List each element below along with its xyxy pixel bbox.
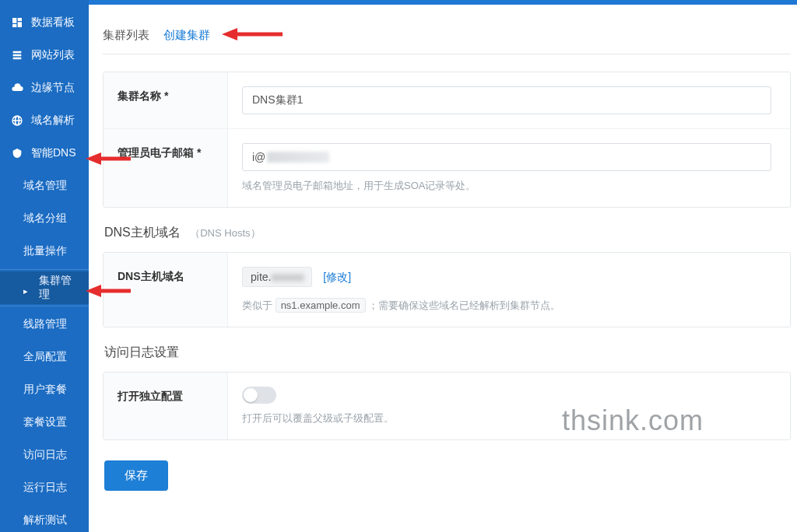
- sidebar-item-label: 运行日志: [23, 481, 67, 495]
- sidebar-item-label: 访问日志: [23, 448, 67, 462]
- panel-basic: 集群名称 * 管理员电子邮箱 * i@ 域名管理员电子邮箱地址，用于: [103, 72, 791, 208]
- cluster-name-input[interactable]: [242, 86, 771, 114]
- panel-access-log: 打开独立配置 打开后可以覆盖父级或子级配置。: [103, 372, 791, 440]
- sidebar-item-dashboard[interactable]: 数据看板: [0, 6, 89, 39]
- sidebar-item-label: 网站列表: [31, 48, 75, 62]
- code-chip: ns1.example.com: [276, 298, 366, 313]
- label-required: *: [197, 146, 201, 159]
- label-required: *: [164, 89, 168, 102]
- toggle-independent-config[interactable]: [242, 387, 276, 404]
- sidebar-item-label: 边缘节点: [31, 81, 75, 95]
- sidebar-item-label: 集群管理: [39, 274, 81, 302]
- sidebar-divider: [0, 306, 89, 306]
- sidebar-item-access-log[interactable]: 访问日志: [0, 439, 89, 471]
- tab-cluster-list[interactable]: 集群列表: [103, 28, 149, 43]
- sidebar-item-sites[interactable]: 网站列表: [0, 39, 89, 72]
- sidebar-item-cluster-manage[interactable]: 集群管理: [0, 271, 89, 304]
- sidebar-divider: [0, 269, 89, 270]
- section-title-dns-hosts: DNS主机域名 （DNS Hosts）: [104, 225, 797, 241]
- sidebar: 数据看板 网站列表 边缘节点 域名解析 智能DNS: [0, 0, 89, 532]
- sidebar-item-resolve-test[interactable]: 解析测试: [0, 504, 89, 532]
- sidebar-item-label: 域名管理: [23, 179, 67, 193]
- admin-email-input[interactable]: i@: [242, 143, 771, 171]
- row-dns-host: DNS主机域名 pite.xxxxxx [修改] 类似于 ns1.example…: [104, 253, 790, 327]
- sidebar-item-label: 智能DNS: [31, 146, 76, 160]
- tab-create-cluster[interactable]: 创建集群: [163, 28, 210, 43]
- modify-link[interactable]: [修改]: [323, 271, 351, 283]
- row-cluster-name: 集群名称 *: [104, 72, 790, 129]
- sidebar-item-label: 用户套餐: [23, 383, 67, 397]
- sites-icon: [11, 49, 23, 61]
- sidebar-item-label: 批量操作: [23, 244, 67, 258]
- panel-dns-hosts: DNS主机域名 pite.xxxxxx [修改] 类似于 ns1.example…: [103, 252, 791, 327]
- masked-text: [267, 152, 329, 163]
- sidebar-item-route-manage[interactable]: 线路管理: [0, 308, 89, 341]
- row-admin-email: 管理员电子邮箱 * i@ 域名管理员电子邮箱地址，用于生成SOA记录等处。: [104, 129, 790, 207]
- sidebar-item-smart-dns[interactable]: 智能DNS: [0, 137, 89, 170]
- section-annot: （DNS Hosts）: [190, 227, 260, 239]
- sidebar-item-domain-manage[interactable]: 域名管理: [0, 170, 89, 202]
- row-toggle-independent: 打开独立配置 打开后可以覆盖父级或子级配置。: [104, 373, 790, 439]
- sidebar-item-user-plan[interactable]: 用户套餐: [0, 373, 89, 406]
- dashboard-icon: [11, 16, 23, 29]
- section-title-access-log: 访问日志设置: [104, 345, 797, 361]
- save-button[interactable]: 保存: [104, 460, 168, 491]
- sidebar-item-run-log[interactable]: 运行日志: [0, 471, 89, 504]
- sidebar-item-label: 全局配置: [23, 350, 67, 364]
- sidebar-item-edge-nodes[interactable]: 边缘节点: [0, 72, 89, 104]
- sidebar-item-domain-group[interactable]: 域名分组: [0, 202, 89, 235]
- hint-dns-host: 类似于 ns1.example.com ；需要确保这些域名已经解析到集群节点。: [242, 298, 776, 313]
- hint-toggle: 打开后可以覆盖父级或子级配置。: [242, 411, 776, 425]
- sidebar-item-label: 数据看板: [31, 16, 75, 30]
- label-dns-host: DNS主机域名: [104, 253, 228, 327]
- cloud-icon: [11, 82, 23, 94]
- main-content: 集群列表 创建集群 集群名称 * 管理员电子邮箱 *: [89, 0, 797, 532]
- tabs: 集群列表 创建集群: [103, 28, 791, 54]
- sidebar-item-label: 域名分组: [23, 212, 67, 226]
- sidebar-item-batch-op[interactable]: 批量操作: [0, 235, 89, 268]
- email-value: i@: [252, 151, 265, 163]
- top-strip: [89, 0, 797, 5]
- sidebar-item-global-config[interactable]: 全局配置: [0, 341, 89, 373]
- sidebar-item-label: 线路管理: [23, 317, 67, 331]
- sidebar-item-label: 套餐设置: [23, 415, 67, 429]
- sidebar-item-label: 解析测试: [23, 513, 67, 527]
- label-toggle-independent: 打开独立配置: [104, 373, 228, 439]
- chevron-right-icon: [23, 284, 31, 292]
- dns-icon: [11, 147, 23, 159]
- dns-host-chip: pite.xxxxxx: [242, 267, 312, 287]
- sidebar-item-domain-resolve[interactable]: 域名解析: [0, 104, 89, 137]
- label-admin-email: 管理员电子邮箱: [118, 146, 194, 159]
- globe-icon: [11, 114, 23, 127]
- label-cluster-name: 集群名称: [118, 89, 161, 102]
- toggle-knob: [244, 388, 258, 402]
- sidebar-item-plan-settings[interactable]: 套餐设置: [0, 406, 89, 439]
- hint-admin-email: 域名管理员电子邮箱地址，用于生成SOA记录等处。: [242, 179, 776, 193]
- sidebar-item-label: 域名解析: [31, 114, 75, 128]
